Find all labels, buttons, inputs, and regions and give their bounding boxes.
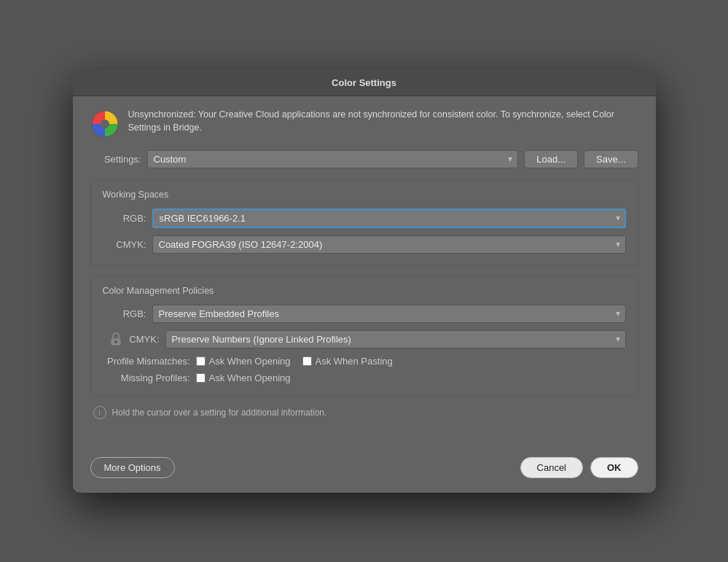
title-bar: Color Settings [73,70,656,96]
dialog-title: Color Settings [332,77,396,88]
lock-icon-area [103,331,123,347]
ask-when-pasting-label[interactable]: Ask When Pasting [302,356,393,367]
color-management-rgb-select-wrapper: Preserve Embedded Profiles Convert to Wo… [152,305,626,323]
color-settings-dialog: Color Settings Unsynchronize [73,70,656,493]
info-text: Hold the cursor over a setting for addit… [112,407,327,418]
working-spaces-rgb-row: RGB: sRGB IEC61966-2.1 Adobe RGB (1998) … [103,208,626,228]
color-management-cmyk-label: CMYK: [129,334,160,345]
settings-select-wrapper: Custom [147,150,519,168]
color-management-rgb-select[interactable]: Preserve Embedded Profiles Convert to Wo… [152,305,626,323]
ask-when-opening-1-label[interactable]: Ask When Opening [196,356,291,367]
profile-mismatches-checkboxes: Ask When Opening Ask When Pasting [196,356,393,367]
color-wheel-icon [90,109,120,138]
unsync-banner: Unsynchronized: Your Creative Cloud appl… [90,108,638,138]
working-spaces-section: Working Spaces RGB: sRGB IEC61966-2.1 Ad… [90,180,638,266]
ask-when-pasting-text: Ask When Pasting [316,356,393,367]
color-management-cmyk-select-wrapper: Preserve Numbers (Ignore Linked Profiles… [165,330,626,348]
missing-profiles-label: Missing Profiles: [103,372,190,383]
color-management-section: Color Management Policies RGB: Preserve … [90,276,638,396]
settings-label: Settings: [90,154,141,165]
ask-when-opening-1-checkbox[interactable] [196,356,206,366]
ok-button[interactable]: OK [590,457,638,478]
settings-select[interactable]: Custom [147,150,519,168]
ask-when-opening-1-text: Ask When Opening [209,356,291,367]
missing-profiles-row: Missing Profiles: Ask When Opening [103,372,626,383]
ask-when-opening-2-text: Ask When Opening [209,372,291,383]
working-spaces-cmyk-label: CMYK: [103,239,146,250]
working-spaces-rgb-select-wrapper: sRGB IEC61966-2.1 Adobe RGB (1998) ProPh… [152,208,626,228]
working-spaces-title: Working Spaces [103,190,626,200]
dialog-body: Unsynchronized: Your Creative Cloud appl… [73,96,656,448]
footer-right-buttons: Cancel OK [520,457,638,478]
footer: More Options Cancel OK [73,448,656,493]
working-spaces-rgb-label: RGB: [103,213,146,224]
color-management-cmyk-row: CMYK: Preserve Numbers (Ignore Linked Pr… [103,330,626,348]
color-management-title: Color Management Policies [103,286,626,296]
info-row: i Hold the cursor over a setting for add… [90,406,638,419]
ask-when-opening-2-label[interactable]: Ask When Opening [196,372,291,383]
settings-row: Settings: Custom Load... Save... [90,150,638,168]
more-options-button[interactable]: More Options [90,457,175,478]
working-spaces-cmyk-select-wrapper: Coated FOGRA39 (ISO 12647-2:2004) U.S. W… [152,235,626,254]
working-spaces-rgb-select[interactable]: sRGB IEC61966-2.1 Adobe RGB (1998) ProPh… [152,208,626,228]
working-spaces-cmyk-select[interactable]: Coated FOGRA39 (ISO 12647-2:2004) U.S. W… [152,235,626,254]
load-button[interactable]: Load... [524,150,578,168]
color-management-cmyk-select[interactable]: Preserve Numbers (Ignore Linked Profiles… [165,330,626,348]
svg-point-1 [101,120,109,128]
profile-mismatches-label: Profile Mismatches: [103,356,190,367]
lock-icon [109,331,123,347]
info-icon: i [93,406,106,419]
svg-point-4 [114,340,117,343]
unsync-message: Unsynchronized: Your Creative Cloud appl… [128,108,638,136]
cancel-button[interactable]: Cancel [520,457,583,478]
color-management-rgb-label: RGB: [103,308,146,319]
save-button[interactable]: Save... [584,150,638,168]
ask-when-opening-2-checkbox[interactable] [196,373,206,383]
profile-mismatches-row: Profile Mismatches: Ask When Opening Ask… [103,356,626,367]
color-management-rgb-row: RGB: Preserve Embedded Profiles Convert … [103,305,626,323]
working-spaces-cmyk-row: CMYK: Coated FOGRA39 (ISO 12647-2:2004) … [103,235,626,254]
ask-when-pasting-checkbox[interactable] [302,356,312,366]
